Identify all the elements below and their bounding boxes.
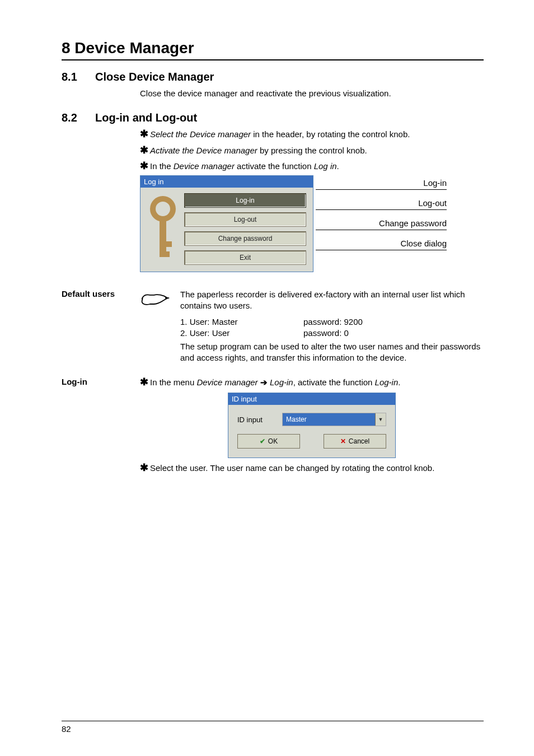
footer-rule — [62, 721, 484, 721]
svg-point-0 — [153, 199, 173, 219]
list-item: ✱ Select the user. The user name can be … — [140, 463, 484, 474]
text: in the header, by rotating the control k… — [251, 129, 410, 139]
callout-label: Change password — [324, 216, 447, 230]
text: Select the user. The user name can be ch… — [150, 463, 484, 474]
paragraph: The setup program can be used to alter t… — [180, 341, 484, 364]
text: , activate the function — [293, 377, 375, 387]
text: activate the function — [235, 161, 314, 171]
section-number: 8.2 — [62, 111, 95, 124]
list-item: ✱ Activate the Device manager by pressin… — [140, 145, 484, 156]
login-dialog: Log in Log-in Log-out Change password Ex… — [140, 175, 313, 272]
list-item: ✱ In the Device manager activate the fun… — [140, 161, 484, 172]
logout-button[interactable]: Log-out — [184, 212, 306, 227]
section-title: Close Device Manager — [95, 71, 214, 83]
list-item: ✱ In the menu Device manager ➔ Log-in, a… — [140, 377, 484, 388]
user-row: 2. User: User password: 0 — [180, 328, 484, 338]
text-italic: Log-in — [375, 377, 399, 387]
paragraph: The paperless recorder is delivered ex-f… — [180, 289, 484, 312]
arrow-icon: ➔ — [260, 377, 270, 387]
svg-rect-2 — [160, 241, 172, 247]
change-password-button[interactable]: Change password — [184, 231, 306, 246]
cancel-button[interactable]: ✕ Cancel — [324, 434, 386, 449]
id-input-dialog: ID input ID input Master ▼ ✔ — [228, 393, 396, 458]
callout-label: Close dialog — [324, 236, 447, 250]
dialog-title: Log in — [140, 176, 313, 188]
field-label: ID input — [237, 416, 282, 424]
dialog-title: ID input — [228, 393, 395, 405]
close-icon: ✕ — [340, 437, 346, 445]
button-label: OK — [268, 437, 278, 445]
svg-rect-3 — [160, 251, 170, 257]
text-italic: Log in — [314, 161, 337, 171]
bullet-icon: ✱ — [140, 161, 150, 172]
dropdown-arrow-icon[interactable]: ▼ — [375, 413, 386, 426]
svg-rect-1 — [160, 218, 166, 257]
margin-label-default-users: Default users — [62, 289, 123, 367]
id-select[interactable]: Master ▼ — [282, 413, 386, 426]
exit-button[interactable]: Exit — [184, 250, 306, 265]
text-italic: Select the Device manager — [150, 129, 251, 139]
user-row: 1. User: Master password: 9200 — [180, 317, 484, 326]
ok-button[interactable]: ✔ OK — [237, 434, 300, 449]
callout-label: Log-out — [324, 195, 447, 210]
section-title: Log-in and Log-out — [95, 111, 197, 124]
button-label: Cancel — [349, 437, 369, 445]
user-name: 1. User: Master — [180, 317, 303, 326]
user-password: password: 9200 — [303, 317, 363, 326]
section-8-1-heading: 8.1 Close Device Manager — [62, 71, 484, 83]
text: In the — [150, 161, 174, 171]
bullet-icon: ✱ — [140, 145, 150, 156]
text: . — [398, 377, 400, 387]
section-number: 8.1 — [62, 71, 95, 83]
page-number: 82 — [62, 724, 71, 734]
login-button[interactable]: Log-in — [184, 193, 306, 208]
user-name: 2. User: User — [180, 328, 303, 338]
callout-labels: Log-in Log-out Change password Close dia… — [324, 175, 447, 256]
text-italic: Device manager — [196, 377, 257, 387]
paragraph: Close the device manager and reactivate … — [140, 88, 484, 99]
key-icon — [147, 193, 179, 266]
note-hand-icon — [140, 289, 170, 309]
callout-label: Log-in — [324, 175, 447, 190]
text-italic: Activate the Device manager — [150, 146, 257, 155]
chapter-title: 8 Device Manager — [62, 39, 484, 57]
text-italic: Log-in — [270, 377, 293, 387]
text-italic: Device manager — [174, 161, 235, 171]
check-icon: ✔ — [260, 437, 265, 445]
text: by pressing the control knob. — [257, 146, 367, 155]
bullet-icon: ✱ — [140, 463, 150, 474]
section-8-2-heading: 8.2 Log-in and Log-out — [62, 111, 484, 124]
rule — [62, 59, 484, 60]
bullet-icon: ✱ — [140, 129, 150, 140]
margin-label-login: Log-in — [62, 377, 123, 477]
text: . — [337, 161, 339, 171]
select-value: Master — [283, 413, 375, 426]
bullet-icon: ✱ — [140, 377, 150, 388]
list-item: ✱ Select the Device manager in the heade… — [140, 129, 484, 140]
user-password: password: 0 — [303, 328, 349, 338]
text: In the menu — [150, 377, 196, 387]
